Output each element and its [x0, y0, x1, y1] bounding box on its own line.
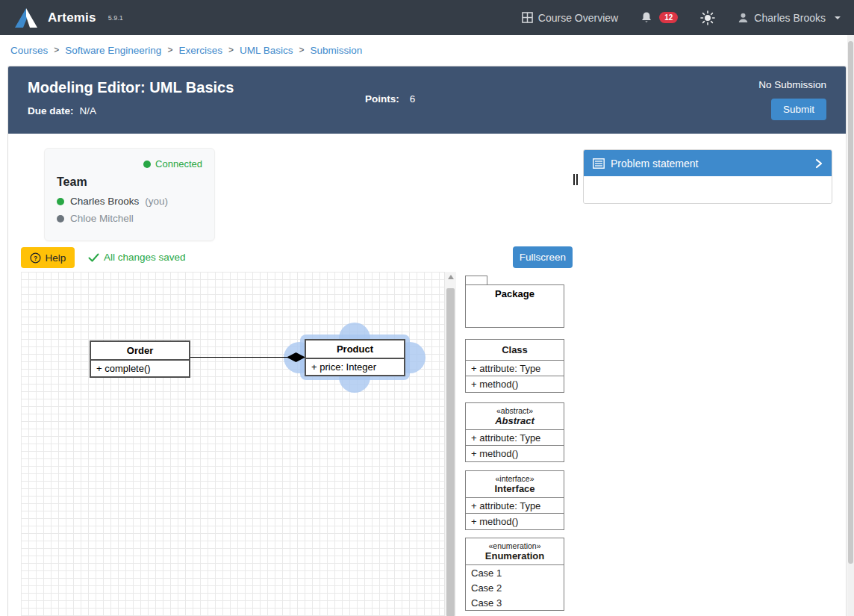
user-icon	[738, 12, 749, 23]
offline-dot-icon	[57, 215, 64, 223]
help-button[interactable]: ? Help	[21, 247, 75, 268]
team-member: Charles Brooks (you)	[57, 196, 202, 207]
online-dot-icon	[57, 198, 64, 205]
problem-statement-body	[584, 176, 832, 203]
page-scrollbar-thumb[interactable]	[848, 41, 853, 564]
team-member: Chloe Mitchell	[57, 213, 202, 224]
page-title: Modeling Editor: UML Basics	[28, 79, 234, 96]
palette-class[interactable]: Class + attribute: Type + method()	[465, 339, 564, 393]
artemis-logo-icon	[13, 7, 39, 29]
save-status: All changes saved	[88, 252, 186, 263]
fullscreen-button[interactable]: Fullscreen	[513, 246, 573, 268]
problem-statement-panel: Problem statement	[583, 149, 832, 204]
breadcrumb-courses[interactable]: Courses	[10, 45, 48, 56]
palette-interface[interactable]: «interface» Interface + attribute: Type …	[465, 470, 564, 530]
bell-icon	[640, 11, 652, 24]
list-icon	[593, 158, 605, 169]
uml-class-order[interactable]: Order + complete()	[90, 340, 190, 378]
palette-enumeration[interactable]: «enumeration» Enumeration Case 1 Case 2 …	[465, 538, 564, 611]
modeling-canvas[interactable]: Order + complete() Product + price: Inte…	[21, 272, 456, 616]
scroll-up-arrow-icon[interactable]	[448, 275, 454, 279]
user-menu[interactable]: Charles Brooks	[738, 12, 841, 24]
page-scrollbar[interactable]	[847, 35, 854, 616]
due-date: Due date:N/A	[28, 105, 96, 116]
notifications-button[interactable]: 12	[640, 11, 678, 24]
split-drag-handle[interactable]	[573, 174, 579, 186]
team-card: Connected Team Charles Brooks (you) Chlo…	[44, 148, 215, 241]
uml-class-product[interactable]: Product + price: Integer	[305, 339, 405, 376]
team-title: Team	[57, 175, 202, 189]
svg-text:?: ?	[34, 254, 37, 261]
top-navbar: Artemis 5.9.1 Course Overview 12	[0, 0, 854, 35]
problem-statement-toggle[interactable]: Problem statement	[584, 150, 832, 176]
relationship-line[interactable]	[190, 357, 289, 358]
breadcrumb-submission[interactable]: Submission	[310, 45, 362, 56]
caret-down-icon	[835, 16, 841, 19]
course-overview-link[interactable]: Course Overview	[522, 12, 618, 24]
course-overview-label: Course Overview	[538, 12, 618, 24]
check-icon	[88, 253, 99, 262]
submission-status: No Submission	[758, 79, 826, 90]
exercise-card: Modeling Editor: UML Basics Due date:N/A…	[7, 66, 847, 616]
sun-icon	[700, 10, 715, 25]
connected-dot-icon	[143, 161, 151, 168]
brand-name: Artemis	[48, 10, 96, 25]
question-circle-icon: ?	[30, 252, 41, 264]
brand[interactable]: Artemis 5.9.1	[13, 7, 123, 29]
breadcrumb-exercise[interactable]: UML Basics	[240, 45, 293, 56]
canvas-scrollbar[interactable]	[444, 272, 456, 616]
brand-version: 5.9.1	[108, 14, 123, 22]
breadcrumb: Courses > Software Engineering > Exercis…	[0, 35, 854, 65]
exercise-header: Modeling Editor: UML Basics Due date:N/A…	[8, 66, 846, 134]
breadcrumb-course[interactable]: Software Engineering	[65, 45, 161, 56]
connection-status: Connected	[57, 158, 202, 169]
canvas-scrollbar-thumb[interactable]	[446, 288, 455, 616]
submit-button[interactable]: Submit	[771, 99, 826, 120]
problem-statement-label: Problem statement	[611, 158, 699, 169]
points: Points:6	[365, 93, 415, 105]
notification-badge: 12	[659, 12, 678, 23]
theme-toggle-button[interactable]	[700, 10, 715, 25]
breadcrumb-exercises[interactable]: Exercises	[178, 45, 222, 56]
user-name: Charles Brooks	[754, 12, 826, 24]
grid-icon	[522, 12, 533, 23]
chevron-right-icon	[815, 158, 823, 169]
palette-abstract-class[interactable]: «abstract» Abstract + attribute: Type + …	[465, 402, 564, 462]
palette-package[interactable]: Package	[465, 284, 564, 328]
exercise-body: Connected Team Charles Brooks (you) Chlo…	[8, 134, 846, 616]
